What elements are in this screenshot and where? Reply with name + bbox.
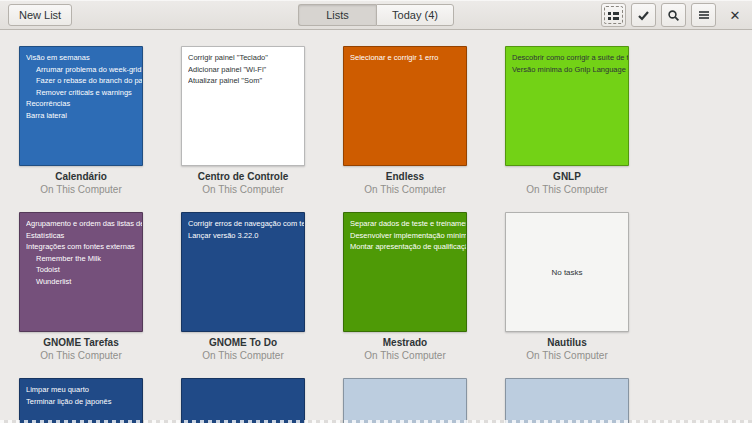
task-item: Montar apresentação de qualificação <box>350 241 466 253</box>
task-item: Recorrências <box>26 98 142 110</box>
search-button[interactable] <box>661 3 686 27</box>
task-item: Remember the Milk <box>26 253 142 265</box>
task-list-card[interactable]: Corrigir painel "Teclado"Adicionar paine… <box>181 46 305 166</box>
close-button[interactable]: ✕ <box>724 3 746 27</box>
tab-lists[interactable]: Lists <box>298 4 376 26</box>
list-title: GNOME Tarefas <box>19 337 143 349</box>
task-item: Atualizar painel "Som" <box>188 75 304 87</box>
list-title: Mestrado <box>343 337 467 349</box>
list-cell: Separar dados de teste e treinamentoDese… <box>343 212 467 362</box>
menu-button[interactable] <box>691 3 716 27</box>
list-location: On This Computer <box>343 349 467 362</box>
task-list-card[interactable]: Separar dados de teste e treinamentoDese… <box>343 212 467 332</box>
task-list-card[interactable]: Limpar meu quartoTerminar lição de japon… <box>19 378 143 423</box>
list-location: On This Computer <box>181 349 305 362</box>
search-icon <box>667 9 680 22</box>
list-cell: No tasks Nautilus On This Computer <box>505 212 629 362</box>
list-cell: Descobrir como corrigir a suíte de teste… <box>505 46 629 196</box>
list-title: Nautilus <box>505 337 629 349</box>
task-item: Desenvolver implementação mínima <box>350 230 466 242</box>
list-location: On This Computer <box>181 183 305 196</box>
task-item: Todoist <box>26 264 142 276</box>
task-item: Terminar lição de japonês <box>26 396 142 408</box>
empty-state-label: No tasks <box>506 213 628 331</box>
task-list-card[interactable] <box>505 378 629 423</box>
list-location: On This Computer <box>343 183 467 196</box>
task-list-card[interactable] <box>343 378 467 423</box>
list-title: Calendário <box>19 171 143 183</box>
task-list-card[interactable]: Visão em semanasArrumar problema do week… <box>19 46 143 166</box>
task-list-card[interactable]: Corrigir erros de navegação com tecladoL… <box>181 212 305 332</box>
header-actions: ✕ <box>601 3 746 27</box>
task-list-card[interactable]: Agrupamento e ordem das listas de tarefa… <box>19 212 143 332</box>
list-location: On This Computer <box>19 349 143 362</box>
task-item: Adicionar painel "Wi-Fi" <box>188 64 304 76</box>
task-item: Lançar versão 3.22.0 <box>188 230 304 242</box>
selection-mode-button[interactable] <box>631 3 656 27</box>
task-item: Barra lateral <box>26 110 142 122</box>
list-cell <box>343 378 467 423</box>
list-cell: Agrupamento e ordem das listas de tarefa… <box>19 212 143 362</box>
task-item: Estatísticas <box>26 230 142 242</box>
close-icon: ✕ <box>730 8 741 23</box>
view-list-button[interactable] <box>601 3 626 27</box>
task-item: Selecionar e corrigir 1 erro <box>350 52 466 64</box>
task-item: Versão mínima do Gnlp Language Tool <box>512 64 628 76</box>
new-list-button[interactable]: New List <box>8 4 72 26</box>
list-title: Endless <box>343 171 467 183</box>
list-location: On This Computer <box>505 183 629 196</box>
header-bar: New List Lists Today (4) <box>0 0 752 30</box>
list-location: On This Computer <box>19 183 143 196</box>
task-item: Wunderlist <box>26 276 142 288</box>
list-cell <box>505 378 629 423</box>
menu-icon <box>698 9 710 21</box>
task-item: Corrigir erros de navegação com teclado <box>188 218 304 230</box>
checkmark-icon <box>637 9 650 22</box>
task-list-card[interactable]: Selecionar e corrigir 1 erro <box>343 46 467 166</box>
list-cell: Corrigir painel "Teclado"Adicionar paine… <box>181 46 305 196</box>
task-item: Fazer o rebase do branch do pandusor <box>26 75 142 87</box>
list-title: GNOME To Do <box>181 337 305 349</box>
task-item: Corrigir painel "Teclado" <box>188 52 304 64</box>
task-list-card[interactable] <box>181 378 305 423</box>
view-switcher: Lists Today (4) <box>298 4 454 26</box>
task-item: Limpar meu quarto <box>26 384 142 396</box>
list-cell: Corrigir erros de navegação com tecladoL… <box>181 212 305 362</box>
view-list-icon <box>607 9 620 22</box>
list-cell <box>181 378 305 423</box>
task-item: Arrumar problema do week-grid <box>26 64 142 76</box>
list-location: On This Computer <box>505 349 629 362</box>
tab-today[interactable]: Today (4) <box>376 4 454 26</box>
lists-grid: Visão em semanasArrumar problema do week… <box>0 30 752 423</box>
task-item: Integrações com fontes externas <box>26 241 142 253</box>
task-item: Agrupamento e ordem das listas de tarefa… <box>26 218 142 230</box>
list-cell: Selecionar e corrigir 1 erro Endless On … <box>343 46 467 196</box>
list-cell: Visão em semanasArrumar problema do week… <box>19 46 143 196</box>
list-cell: Limpar meu quartoTerminar lição de japon… <box>19 378 143 423</box>
task-item: Descobrir como corrigir a suíte de teste… <box>512 52 628 64</box>
task-list-card[interactable]: Descobrir como corrigir a suíte de teste… <box>505 46 629 166</box>
task-item: Separar dados de teste e treinamento <box>350 218 466 230</box>
list-title: Centro de Controle <box>181 171 305 183</box>
task-item: Visão em semanas <box>26 52 142 64</box>
task-item: Remover criticals e warnings <box>26 87 142 99</box>
list-title: GNLP <box>505 171 629 183</box>
task-list-card[interactable]: No tasks <box>505 212 629 332</box>
